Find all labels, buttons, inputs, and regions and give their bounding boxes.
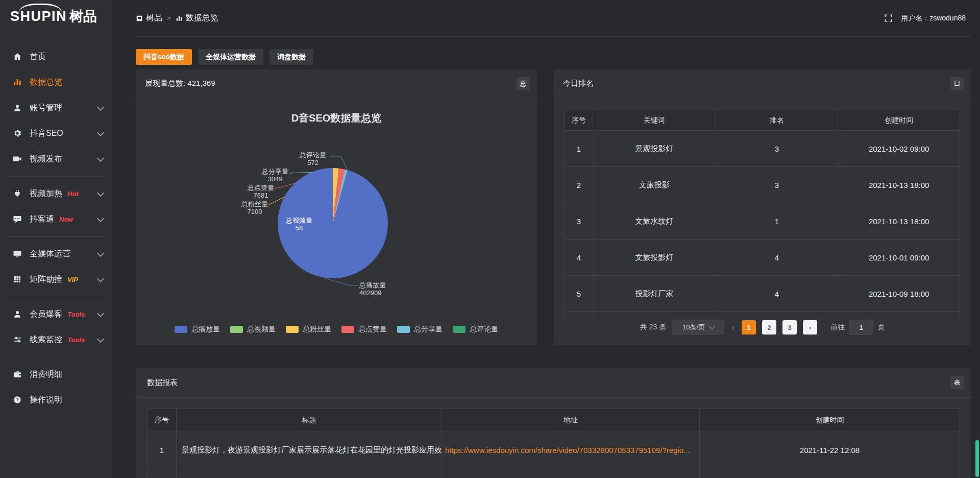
legend-item-plays[interactable]: 总播放量	[175, 325, 220, 334]
topbar: 树品 > 数据总览 用户名：zswodun88	[136, 0, 971, 37]
breadcrumb: 树品 > 数据总览	[136, 13, 218, 23]
sidebar-item-home[interactable]: 首页	[0, 44, 112, 69]
ranking-table-row: 5 投影灯厂家 4 2021-10-09 18:00	[565, 276, 960, 312]
sidebar-nav: 首页 数据总览 账号管理 抖音SEO 视频发布	[0, 44, 112, 413]
sidebar-item-label: 数据总览	[30, 77, 62, 88]
chevron-down-icon	[97, 336, 104, 343]
grid-icon	[12, 274, 22, 284]
pie-label-shares: 总分享量 3049	[244, 168, 306, 183]
sidebar-item-video-heat[interactable]: 视频加热 Hot	[0, 181, 112, 206]
table-badge-button[interactable]: 表	[950, 376, 964, 389]
logo-arc	[18, 4, 62, 13]
wallet-icon	[12, 369, 22, 379]
report-table: 序号 标题 地址 创建时间 1 景观投影灯，夜游景观投影灯厂家展示展示落花灯在花…	[147, 409, 960, 478]
sidebar-item-doketong[interactable]: 抖客通 New	[0, 206, 112, 232]
page-size-select[interactable]: 10条/页	[672, 320, 724, 335]
sidebar-item-label: 矩阵助推	[30, 274, 62, 285]
svg-text:?: ?	[16, 397, 19, 402]
legend-swatch	[230, 326, 243, 333]
pie-label-plays: 总播放量 402909	[359, 281, 386, 297]
sidebar-item-account[interactable]: 账号管理	[0, 95, 112, 121]
legend-item-likes[interactable]: 总点赞量	[341, 325, 387, 334]
page-button-2[interactable]: 2	[762, 320, 776, 334]
page-button-3[interactable]: 3	[782, 320, 797, 334]
legend-item-fans[interactable]: 总粉丝量	[286, 325, 331, 334]
ranking-table-row: 1 景观投影灯 3 2021-10-02 09:00	[565, 131, 960, 167]
legend-swatch	[175, 326, 187, 333]
sidebar-item-douyin-seo[interactable]: 抖音SEO	[0, 121, 112, 146]
sidebar-item-label: 视频加热	[30, 188, 62, 199]
chevron-down-icon	[97, 310, 104, 317]
sidebar-item-matrix-boost[interactable]: 矩阵助推 VIP	[0, 267, 112, 292]
ranking-table-row: 3 文旅水纹灯 1 2021-10-13 18:00	[565, 203, 960, 240]
report-panel-title: 数据报表	[147, 378, 178, 388]
sidebar-item-data-overview[interactable]: 数据总览	[0, 69, 112, 95]
report-video-link[interactable]: https://www.iesdouyin.com/share/video/70…	[445, 446, 690, 455]
breadcrumb-item-data-overview[interactable]: 数据总览	[176, 13, 218, 23]
page-button-1[interactable]: 1	[742, 320, 756, 334]
legend-swatch	[341, 326, 354, 333]
ranking-table: 序号 关键词 排名 创建时间 1 景观投影灯 3 2021-10-02 09:0…	[565, 110, 960, 321]
goto-page: 前往 页	[830, 320, 885, 335]
new-badge: New	[59, 216, 73, 223]
plug-icon	[12, 188, 22, 199]
sidebar-item-label: 操作说明	[30, 395, 62, 405]
pie-label-videos: 总视频量 58	[268, 217, 330, 232]
report-url-cell: https://www.iesdouyin.com/share/video/70…	[442, 432, 700, 468]
next-page-button[interactable]: ›	[803, 320, 817, 334]
col-header-url: 地址	[442, 409, 700, 432]
ranking-panel-header: 今日排名 日	[554, 69, 971, 98]
day-badge-button[interactable]: 日	[950, 77, 964, 90]
fullscreen-icon[interactable]	[884, 14, 893, 22]
col-header-created: 创建时间	[700, 409, 960, 432]
report-title-cell: 景观投影灯，夜游景观投影灯厂家展示展示落花灯在花园里的灯光投影应用效果 #	[177, 432, 442, 468]
total-badge-button[interactable]: 总	[517, 77, 530, 90]
logo[interactable]: SHUPIN树品	[0, 0, 112, 40]
col-header-no: 序号	[565, 110, 593, 131]
sidebar-divider	[0, 232, 112, 241]
overview-total-label: 展现量总数: 421,369	[145, 79, 215, 88]
vip-badge: VIP	[67, 276, 78, 283]
chevron-down-icon	[97, 129, 104, 136]
tools-badge: Tools	[67, 310, 85, 318]
topbar-right: 用户名：zswodun88	[884, 14, 971, 23]
user-icon	[12, 103, 22, 113]
pie-label-likes: 总点赞量 7681	[230, 184, 291, 199]
sidebar-item-label: 视频发布	[30, 154, 62, 164]
prev-page-button[interactable]: ‹	[730, 322, 736, 333]
tab-douyin-seo-data[interactable]: 抖音seo数据	[136, 49, 192, 65]
legend-item-shares[interactable]: 总分享量	[397, 325, 443, 334]
sidebar-divider	[0, 352, 112, 362]
legend-swatch	[453, 326, 465, 333]
sidebar-item-label: 会员爆客	[30, 309, 62, 320]
goto-page-input[interactable]	[849, 320, 873, 335]
col-header-created: 创建时间	[838, 110, 960, 131]
sidebar-item-media-operation[interactable]: 全媒体运营	[0, 241, 112, 267]
chart-title: D音SEO数据量总览	[136, 111, 537, 125]
sidebar-item-label: 账号管理	[30, 103, 62, 113]
overview-panel-header: 展现量总数: 421,369 总	[136, 69, 537, 98]
sidebar-item-spending-detail[interactable]: 消费明细	[0, 362, 112, 387]
ranking-table-header-row: 序号 关键词 排名 创建时间	[565, 110, 960, 131]
app-icon	[136, 15, 143, 22]
sidebar-item-video-publish[interactable]: 视频发布	[0, 146, 112, 172]
breadcrumb-item-shupin[interactable]: 树品	[136, 13, 162, 23]
col-header-keyword: 关键词	[593, 110, 716, 131]
scrollbar-thumb[interactable]	[975, 440, 979, 477]
sidebar-item-help[interactable]: ? 操作说明	[0, 387, 112, 413]
user-menu[interactable]: 用户名：zswodun88	[901, 14, 966, 23]
goto-unit: 页	[877, 323, 885, 332]
sidebar-item-lead-monitor[interactable]: 线索监控 Tools	[0, 327, 112, 352]
col-header-title: 标题	[177, 409, 442, 432]
legend-item-videos[interactable]: 总视频量	[230, 325, 276, 334]
sidebar-item-label: 全媒体运营	[30, 249, 70, 259]
ranking-table-row: 2 文旅投影 3 2021-10-13 18:00	[565, 167, 960, 203]
col-header-rank: 排名	[716, 110, 838, 131]
chart-legend: 总播放量 总视频量 总粉丝量 总点赞量 总分享量 总评论量	[136, 325, 537, 334]
tab-inquiry-data[interactable]: 询盘数据	[270, 49, 313, 65]
tab-media-operation-data[interactable]: 全媒体运营数据	[198, 49, 263, 65]
legend-item-comments[interactable]: 总评论量	[453, 325, 498, 334]
report-panel: 数据报表 表 序号 标题 地址 创建时间 1 景观投影灯，夜游景观投影灯厂家展示…	[136, 368, 971, 478]
ranking-panel: 今日排名 日 序号 关键词 排名 创建时间 1 景观投影灯 3 2021-10-…	[554, 69, 971, 345]
sidebar-item-member-growth[interactable]: 会员爆客 Tools	[0, 301, 112, 327]
